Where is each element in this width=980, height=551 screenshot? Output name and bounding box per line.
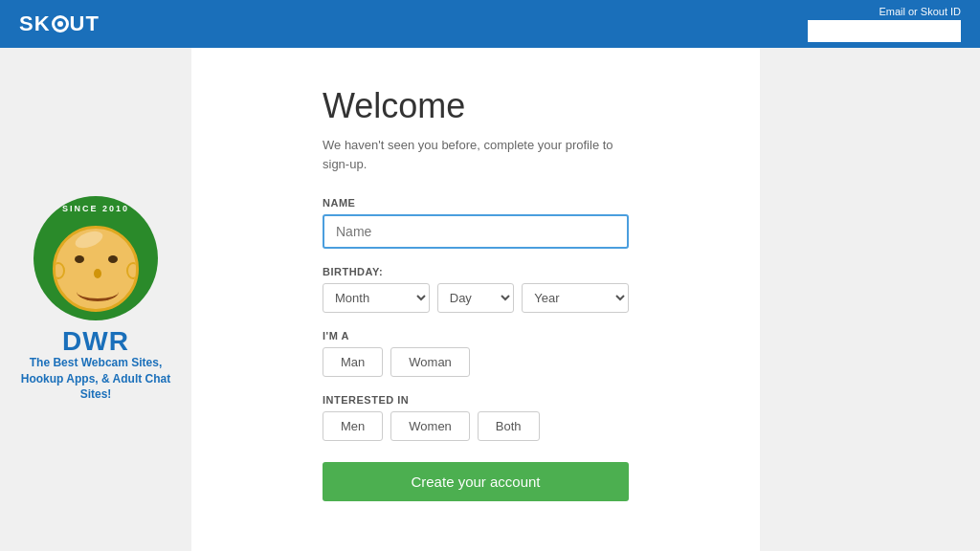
birthday-label: BIRTHDAY: bbox=[323, 266, 629, 277]
create-account-button[interactable]: Create your account bbox=[323, 462, 629, 501]
since-badge: SINCE 2010 bbox=[33, 196, 158, 320]
dwr-badge: SINCE 2010 DWR The Bes bbox=[19, 196, 172, 403]
birthday-row: Month JanuaryFebruaryMarch AprilMayJune … bbox=[323, 283, 629, 313]
interested-row: Men Women Both bbox=[323, 411, 629, 441]
logo-text-end: UT bbox=[70, 11, 100, 36]
gender-man-button[interactable]: Man bbox=[323, 347, 383, 377]
logo: SK UT bbox=[19, 11, 100, 36]
header-right: Email or Skout ID bbox=[808, 6, 961, 42]
interested-men-button[interactable]: Men bbox=[323, 411, 383, 441]
email-label: Email or Skout ID bbox=[879, 6, 961, 17]
dwr-tagline: The Best Webcam Sites, Hookup Apps, & Ad… bbox=[19, 355, 172, 403]
welcome-title: Welcome bbox=[323, 86, 629, 126]
form-container: Welcome We haven't seen you before, comp… bbox=[323, 86, 629, 501]
sidebar: SINCE 2010 DWR The Bes bbox=[0, 48, 191, 551]
right-space bbox=[760, 48, 980, 551]
ima-label: I'M A bbox=[323, 330, 629, 342]
logo-text: SK bbox=[19, 11, 51, 36]
gender-woman-button[interactable]: Woman bbox=[390, 347, 470, 377]
name-input[interactable] bbox=[323, 214, 629, 249]
dwr-label: DWR bbox=[62, 328, 129, 355]
interested-women-button[interactable]: Women bbox=[390, 411, 470, 441]
form-panel: Welcome We haven't seen you before, comp… bbox=[191, 48, 760, 551]
name-label: NAME bbox=[323, 197, 629, 209]
email-input[interactable] bbox=[808, 20, 961, 42]
logo-circle-icon bbox=[52, 15, 69, 33]
month-select[interactable]: Month JanuaryFebruaryMarch AprilMayJune … bbox=[323, 283, 430, 313]
interested-both-button[interactable]: Both bbox=[478, 411, 540, 441]
day-select[interactable]: Day 12345 678910 bbox=[437, 283, 515, 313]
year-select[interactable]: Year 2005200420032002 2001200019991998 1… bbox=[522, 283, 629, 313]
interested-label: INTERESTED IN bbox=[323, 394, 629, 406]
header: SK UT Email or Skout ID bbox=[0, 0, 980, 48]
gender-row: Man Woman bbox=[323, 347, 629, 377]
since-text: SINCE 2010 bbox=[62, 204, 129, 213]
welcome-subtitle: We haven't seen you before, complete you… bbox=[323, 136, 629, 173]
main-content: SINCE 2010 DWR The Bes bbox=[0, 48, 980, 551]
